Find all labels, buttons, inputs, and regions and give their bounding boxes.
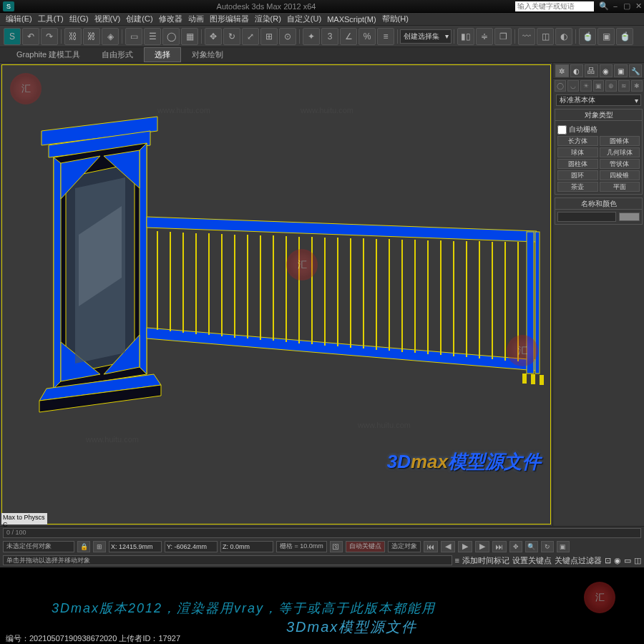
menu-render[interactable]: 渲染(R) <box>252 14 284 24</box>
render-icon[interactable]: 🍵 <box>616 28 633 45</box>
menu-group[interactable]: 组(G) <box>67 14 92 24</box>
tab-utilities-icon[interactable]: 🔧 <box>629 64 643 77</box>
set-key-button[interactable]: 设置关键点 <box>512 555 552 566</box>
rollout-header[interactable]: 对象类型 <box>555 109 642 121</box>
manipulate-icon[interactable]: ✦ <box>303 28 320 45</box>
object-color-swatch[interactable] <box>619 213 640 221</box>
tab-create-icon[interactable]: ✲ <box>555 64 569 77</box>
mirror-icon[interactable]: ▮▯ <box>457 28 474 45</box>
prim-cylinder[interactable]: 圆柱体 <box>557 159 598 169</box>
menu-create[interactable]: 创建(C) <box>123 14 155 24</box>
tab-motion-icon[interactable]: ◉ <box>600 64 613 77</box>
schematic-icon[interactable]: ◫ <box>537 28 554 45</box>
nav-pan-icon[interactable]: ✥ <box>509 541 522 552</box>
autogrid-checkbox[interactable]: 自动栅格 <box>557 125 640 135</box>
minimize-icon[interactable]: − <box>610 1 620 11</box>
redo-icon[interactable]: ↷ <box>41 28 58 45</box>
prim-pyramid[interactable]: 四棱锥 <box>600 170 640 180</box>
object-name-input[interactable] <box>557 212 616 222</box>
nav-min-icon[interactable]: ◫ <box>634 556 641 565</box>
material-editor-icon[interactable]: ◐ <box>555 28 572 45</box>
prim-sphere[interactable]: 球体 <box>557 147 598 157</box>
maximize-icon[interactable]: ▢ <box>622 1 632 11</box>
select-icon[interactable]: ▭ <box>125 28 142 45</box>
menu-maxscript[interactable]: MAXScript(M) <box>324 15 379 24</box>
next-frame-icon[interactable]: ▶ <box>475 541 489 552</box>
tab-graphite[interactable]: Graphite 建模工具 <box>6 47 91 62</box>
app-menu-button[interactable]: S <box>4 28 21 45</box>
cat-geometry-icon[interactable]: ◯ <box>555 80 566 92</box>
play-icon[interactable]: ▶ <box>458 541 472 552</box>
cat-cameras-icon[interactable]: ▣ <box>593 80 605 92</box>
close-icon[interactable]: ✕ <box>633 1 643 11</box>
lock-icon[interactable]: 🔒 <box>77 541 90 552</box>
key-filter-button[interactable]: 关键点过滤器 <box>555 555 602 566</box>
angle-snap-icon[interactable]: ∠ <box>340 28 357 45</box>
tab-select[interactable]: 选择 <box>144 47 181 62</box>
select-name-icon[interactable]: ☰ <box>144 28 161 45</box>
menu-tools[interactable]: 工具(T) <box>35 14 67 24</box>
help-search-input[interactable] <box>515 1 594 11</box>
coord-x[interactable]: X: 12415.9mm <box>109 541 162 552</box>
menu-anim[interactable]: 动画 <box>185 14 207 24</box>
window-crossing-icon[interactable]: ▦ <box>181 28 198 45</box>
selection-set-combo[interactable]: 创建选择集 <box>400 29 452 44</box>
menu-grapheditor[interactable]: 图形编辑器 <box>207 14 252 24</box>
menu-modifiers[interactable]: 修改器 <box>156 14 185 24</box>
coord-y[interactable]: Y: -6062.4mm <box>165 541 218 552</box>
cat-space-icon[interactable]: ≋ <box>618 80 630 92</box>
pivot-icon[interactable]: ⊙ <box>279 28 296 45</box>
scale-icon[interactable]: ⤢ <box>242 28 259 45</box>
menu-help[interactable]: 帮助(H) <box>379 14 411 24</box>
nav-zoom-icon[interactable]: 🔍 <box>525 541 538 552</box>
align-icon[interactable]: ≑ <box>476 28 493 45</box>
nav-orbit-icon[interactable]: ↻ <box>541 541 554 552</box>
render-setup-icon[interactable]: 🍵 <box>579 28 596 45</box>
tab-objectdraw[interactable]: 对象绘制 <box>181 47 234 62</box>
tab-display-icon[interactable]: ▣ <box>614 64 628 77</box>
primitive-category-dropdown[interactable]: 标准基本体 <box>556 94 641 106</box>
time-slider[interactable]: 0 / 100 <box>3 528 641 538</box>
refcoord-icon[interactable]: ⊞ <box>260 28 278 45</box>
menu-view[interactable]: 视图(V) <box>92 14 124 24</box>
tab-modify-icon[interactable]: ◐ <box>570 64 584 77</box>
coord-icon[interactable]: ⊞ <box>93 541 106 552</box>
add-time-tag[interactable]: 添加时间标记 <box>462 555 509 566</box>
spinner-snap-icon[interactable]: ≡ <box>377 28 394 45</box>
menu-edit[interactable]: 编辑(E) <box>3 14 35 24</box>
nav-fov-icon[interactable]: ◉ <box>614 556 621 565</box>
snap-icon[interactable]: 3 <box>321 28 338 45</box>
cat-lights-icon[interactable]: ☀ <box>580 80 592 92</box>
move-icon[interactable]: ✥ <box>205 28 222 45</box>
selection-filter[interactable]: 选定对象 <box>388 541 421 552</box>
nav-region-icon[interactable]: ▭ <box>624 556 631 565</box>
cat-shapes-icon[interactable]: ◡ <box>567 80 579 92</box>
link-icon[interactable]: ⛓ <box>64 28 82 45</box>
undo-icon[interactable]: ↶ <box>22 28 39 45</box>
prim-cone[interactable]: 圆锥体 <box>600 136 640 146</box>
curve-editor-icon[interactable]: 〰 <box>518 28 535 45</box>
viewport[interactable]: 汇 汇 汇 www.huitu.com www.huitu.com www.hu… <box>0 63 552 526</box>
lasso-icon[interactable]: ◯ <box>162 28 180 45</box>
cat-systems-icon[interactable]: ✱ <box>631 80 643 92</box>
prim-torus[interactable]: 圆环 <box>557 170 598 180</box>
prim-geosphere[interactable]: 几何球体 <box>600 147 640 157</box>
prim-plane[interactable]: 平面 <box>600 182 640 192</box>
nav-zoomext-icon[interactable]: ⊡ <box>605 556 611 565</box>
menu-customize[interactable]: 自定义(U) <box>284 14 324 24</box>
prim-box[interactable]: 长方体 <box>557 136 598 146</box>
render-frame-icon[interactable]: ▣ <box>597 28 615 45</box>
bind-icon[interactable]: ◈ <box>102 28 119 45</box>
script-icon[interactable]: ≡ <box>455 556 459 565</box>
prev-frame-icon[interactable]: ◀ <box>441 541 455 552</box>
prim-teapot[interactable]: 茶壶 <box>557 182 598 192</box>
autokey-button[interactable]: 自动关键点 <box>346 541 385 552</box>
cat-helpers-icon[interactable]: ⊕ <box>605 80 617 92</box>
tab-hierarchy-icon[interactable]: 品 <box>585 64 598 77</box>
coord-z[interactable]: Z: 0.0mm <box>220 541 273 552</box>
goto-end-icon[interactable]: ⏭ <box>492 541 507 552</box>
unlink-icon[interactable]: ⛓̸ <box>83 28 100 45</box>
key-icon[interactable]: ⚿ <box>330 541 343 552</box>
tab-freeform[interactable]: 自由形式 <box>91 47 144 62</box>
rollout-header[interactable]: 名称和颜色 <box>555 198 642 210</box>
